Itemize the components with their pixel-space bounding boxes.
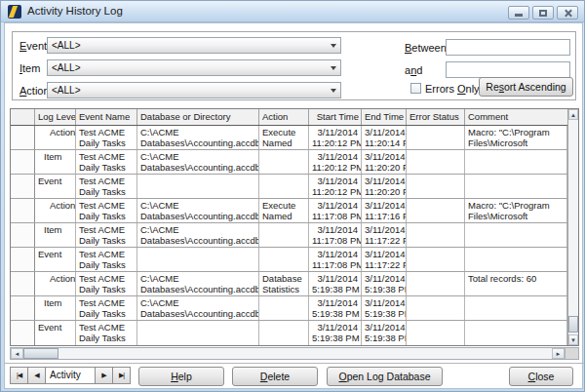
cell-comment[interactable]	[465, 321, 567, 345]
cell-start[interactable]: 3/11/201411:17:08 PM	[309, 223, 362, 247]
scroll-left-button[interactable]: ◄	[11, 348, 23, 359]
cell-event-name[interactable]: Test ACMEDaily Tasks	[76, 248, 137, 271]
title-bar[interactable]: Activity History Log	[1, 1, 584, 22]
horizontal-scrollbar[interactable]: ◄ ►	[10, 347, 579, 360]
between-input[interactable]	[446, 39, 570, 56]
close-button[interactable]: Close	[509, 367, 573, 386]
cell-end[interactable]: 3/11/201411:17:22 PM	[362, 223, 407, 247]
scroll-right-button[interactable]: ►	[552, 348, 565, 359]
record-selector[interactable]	[11, 126, 35, 149]
cell-database[interactable]: C:\ACMEDatabases\Accounting.accdb	[137, 223, 259, 247]
cell-error[interactable]	[407, 321, 465, 345]
cell-level[interactable]: Item	[35, 296, 76, 320]
cell-action[interactable]	[259, 321, 309, 345]
and-input[interactable]	[446, 61, 570, 78]
cell-error[interactable]	[407, 150, 465, 174]
cell-action[interactable]: ExecuteNamed	[259, 199, 309, 222]
cell-comment[interactable]	[465, 150, 567, 174]
close-window-button[interactable]	[557, 6, 578, 20]
cell-start[interactable]: 3/11/201411:17:08 PM	[309, 248, 362, 271]
cell-database[interactable]: C:\ACMEDatabases\Accounting.accdb	[137, 150, 259, 174]
first-record-button[interactable]: |◀	[10, 367, 28, 384]
cell-event-name[interactable]: Test ACMEDaily Tasks	[76, 150, 137, 174]
cell-end[interactable]: 3/11/201411:20:20 PM	[362, 175, 407, 198]
cell-level[interactable]: Action	[35, 272, 76, 295]
cell-database[interactable]	[137, 321, 259, 345]
scroll-up-button[interactable]: ▲	[568, 109, 578, 120]
cell-end[interactable]: 3/11/20145:19:38 PM	[362, 272, 407, 295]
resort-ascending-button[interactable]: Resort Ascending	[479, 77, 573, 97]
record-selector[interactable]	[11, 223, 35, 247]
cell-error[interactable]	[407, 126, 465, 149]
cell-end[interactable]: 3/11/20145:19:38 PM	[362, 321, 407, 345]
cell-error[interactable]	[407, 272, 465, 295]
cell-comment[interactable]	[465, 248, 567, 271]
cell-end[interactable]: 3/11/201411:20:14 PM	[362, 126, 407, 149]
cell-error[interactable]	[407, 223, 465, 247]
cell-error[interactable]	[407, 175, 465, 198]
cell-comment[interactable]: Macro: "C:\ProgramFiles\Microsoft	[465, 199, 567, 222]
vertical-scroll-thumb[interactable]	[568, 316, 578, 333]
cell-start[interactable]: 3/11/20145:19:38 PM	[309, 296, 362, 320]
previous-record-button[interactable]: ◀	[27, 367, 46, 384]
cell-database[interactable]	[137, 175, 259, 198]
cell-comment[interactable]: Macro: "C:\ProgramFiles\Microsoft	[465, 126, 567, 149]
cell-start[interactable]: 3/11/201411:17:08 PM	[309, 199, 362, 222]
cell-level[interactable]: Event	[35, 175, 76, 198]
column-header-error-status[interactable]: Error Status	[407, 109, 465, 125]
cell-database[interactable]: C:\ACMEDatabases\Accounting.accdb	[137, 126, 259, 149]
record-selector[interactable]	[11, 150, 35, 174]
column-header-end-time[interactable]: End Time	[362, 109, 407, 125]
cell-action[interactable]	[259, 248, 309, 271]
column-header-event-name[interactable]: Event Name	[76, 109, 137, 125]
column-header-comment[interactable]: Comment	[465, 109, 567, 125]
cell-action[interactable]: ExecuteNamed	[259, 126, 309, 149]
cell-action[interactable]	[259, 223, 309, 247]
cell-event-name[interactable]: Test ACMEDaily Tasks	[76, 296, 137, 320]
item-filter-combo[interactable]: <ALL>	[47, 59, 341, 76]
next-record-button[interactable]: ▶	[95, 367, 113, 384]
cell-start[interactable]: 3/11/201411:20:12 PM	[309, 175, 362, 198]
errors-only-checkbox[interactable]	[410, 83, 421, 94]
cell-level[interactable]: Action	[35, 126, 76, 149]
column-header-database[interactable]: Database or Directory	[137, 109, 259, 125]
cell-event-name[interactable]: Test ACMEDaily Tasks	[76, 272, 137, 295]
cell-error[interactable]	[407, 199, 465, 222]
cell-end[interactable]: 3/11/201411:17:22 PM	[362, 248, 407, 271]
cell-comment[interactable]	[465, 223, 567, 247]
cell-event-name[interactable]: Test ACMEDaily Tasks	[76, 199, 137, 222]
record-selector[interactable]	[11, 272, 35, 295]
cell-level[interactable]: Item	[35, 223, 76, 247]
cell-level[interactable]: Item	[35, 150, 76, 174]
cell-error[interactable]	[407, 248, 465, 271]
cell-comment[interactable]	[465, 175, 567, 198]
cell-start[interactable]: 3/11/20145:19:38 PM	[309, 321, 362, 345]
record-selector[interactable]	[11, 248, 35, 271]
cell-action[interactable]	[259, 296, 309, 320]
cell-database[interactable]: C:\ACMEDatabases\Accounting.accdb	[137, 296, 259, 320]
cell-database[interactable]	[137, 248, 259, 271]
help-button[interactable]: Help	[138, 367, 224, 386]
scroll-down-button[interactable]: ▼	[568, 334, 578, 345]
cell-level[interactable]: Event	[35, 248, 76, 271]
record-selector[interactable]	[11, 175, 35, 198]
cell-end[interactable]: 3/11/201411:20:20 PM	[362, 150, 407, 174]
cell-start[interactable]: 3/11/20145:19:38 PM	[309, 272, 362, 295]
cell-event-name[interactable]: Test ACMEDaily Tasks	[76, 321, 137, 345]
column-header-action[interactable]: Action	[259, 109, 309, 125]
record-selector[interactable]	[11, 199, 35, 222]
cell-database[interactable]: C:\ACMEDatabases\Accounting.accdb	[137, 199, 259, 222]
cell-event-name[interactable]: Test ACMEDaily Tasks	[76, 175, 137, 198]
record-selector[interactable]	[11, 296, 35, 320]
cell-end[interactable]: 3/11/20145:19:38 PM	[362, 296, 407, 320]
column-header-start-time[interactable]: Start Time	[309, 109, 362, 125]
event-filter-combo[interactable]: <ALL>	[47, 37, 341, 54]
cell-event-name[interactable]: Test ACMEDaily Tasks	[76, 223, 137, 247]
cell-database[interactable]: C:\ACMEDatabases\Accounting.accdb	[137, 272, 259, 295]
cell-level[interactable]: Event	[35, 321, 76, 345]
cell-action[interactable]	[259, 150, 309, 174]
restore-button[interactable]	[532, 6, 554, 20]
horizontal-scroll-track[interactable]	[58, 348, 552, 359]
vertical-scrollbar[interactable]: ▲ ▼	[567, 109, 578, 345]
action-filter-combo[interactable]: <ALL>	[47, 82, 341, 98]
